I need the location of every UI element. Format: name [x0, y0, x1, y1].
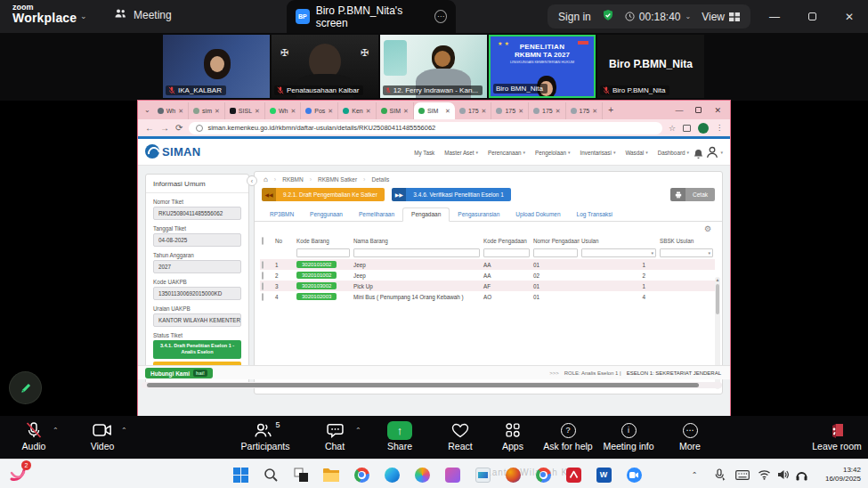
minimize-button[interactable]: — — [756, 0, 793, 33]
more-button[interactable]: ⋯ More — [656, 420, 724, 451]
table-row[interactable]: 2 3020101002 Jeep AA 02 2 — [260, 270, 715, 281]
taskbar-zoom-open[interactable] — [623, 464, 645, 485]
browser-tab[interactable]: sim✕ — [189, 102, 225, 119]
new-tab-button[interactable]: + — [608, 105, 613, 115]
filter-nama-barang[interactable] — [353, 248, 480, 257]
back-step-button[interactable]: ◀◀ 9.2.1. Draft Pengembalian Ke Satker — [262, 188, 385, 201]
taskbar-chrome-open[interactable] — [532, 464, 554, 485]
url-field[interactable]: siman.kemenkeu.go.id/rkbmn/daftar-usulan… — [189, 122, 662, 134]
view-button[interactable]: View — [702, 11, 740, 23]
browser-maximize-button[interactable] — [695, 107, 702, 113]
tab-pengasuransian[interactable]: Pengasuransian — [450, 208, 507, 221]
scrollbar-thumb[interactable] — [147, 383, 699, 387]
leave-room-button[interactable]: Leave room — [803, 420, 868, 451]
annotate-pencil-button[interactable] — [10, 372, 41, 403]
nav-inventarisasi[interactable]: Inventarisasi▾ — [580, 150, 616, 156]
tab-pemeliharaan[interactable]: Pemeliharaan — [351, 208, 402, 221]
maximize-button[interactable] — [793, 0, 831, 33]
audio-options-chevron-icon[interactable]: ⌃ — [53, 427, 59, 435]
status-tiket-button[interactable]: 3.4.1. Draft Penelitian Eselon 1 - Anali… — [153, 340, 241, 359]
workspace-chevron-icon[interactable]: ⌄ — [80, 12, 87, 20]
filter-usulan[interactable]: ▾ — [581, 248, 656, 257]
field-uraian-uakpb[interactable]: KANTOR WILAYAH KEMENTERI — [153, 313, 241, 327]
table-settings-gear-icon[interactable]: ⚙ — [704, 224, 711, 233]
tab-log-transaksi[interactable]: Log Transaksi — [569, 208, 621, 221]
breadcrumb-rkbmn[interactable]: RKBMN — [282, 176, 303, 183]
reload-icon[interactable]: ⟳ — [175, 123, 183, 133]
forward-icon[interactable]: → — [160, 123, 169, 133]
nav-pengelolaan[interactable]: Pengelolaan▾ — [535, 150, 571, 156]
search-button[interactable] — [260, 464, 281, 485]
tab-penggunaan[interactable]: Penggunaan — [302, 208, 351, 221]
tab-close-icon[interactable]: ✕ — [290, 108, 296, 115]
participants-button[interactable]: 5 Participants — [227, 420, 304, 451]
nav-master-aset[interactable]: Master Aset▾ — [444, 150, 478, 156]
field-tahun-anggaran[interactable]: 2027 — [153, 260, 241, 273]
field-nomor-tiket[interactable]: RKU25080411485556062 — [153, 207, 241, 220]
video-tile-3[interactable]: 12. Ferry Indrawan - Kan... — [380, 35, 487, 98]
tab-close-icon[interactable]: ✕ — [518, 108, 523, 115]
scroll-up-arrow[interactable]: ▲ — [715, 277, 720, 282]
col-nomor-pengadaan[interactable]: Nomor Pengadaan — [531, 235, 580, 247]
tab-close-icon[interactable]: ✕ — [178, 108, 183, 115]
tab-close-icon[interactable]: ✕ — [366, 108, 371, 115]
notification-bell-icon[interactable] — [694, 147, 703, 163]
nav-dashboard[interactable]: Dashboard▾ — [658, 150, 689, 156]
video-tile-2[interactable]: ✠ ✠ Penatausahaan Kalbar — [272, 35, 378, 98]
tab-close-icon[interactable]: ✕ — [403, 108, 409, 115]
tray-expand-chevron-icon[interactable]: ⌃ — [687, 464, 702, 485]
tab-meeting[interactable]: Meeting — [114, 8, 172, 21]
start-button[interactable] — [230, 464, 251, 485]
tab-close-icon[interactable]: ✕ — [255, 108, 260, 115]
browser-tab[interactable]: Wh✕ — [153, 102, 189, 119]
chat-button[interactable]: Chat — [301, 420, 369, 451]
siman-logo[interactable]: SIMAN — [145, 144, 200, 159]
close-button[interactable]: ✕ — [831, 0, 868, 33]
back-icon[interactable]: ← — [145, 123, 154, 133]
select-all-checkbox[interactable] — [262, 237, 264, 245]
chat-options-chevron-icon[interactable]: ⌃ — [355, 427, 361, 435]
browser-close-button[interactable]: ✕ — [714, 106, 721, 115]
tab-upload-dokumen[interactable]: Upload Dokumen — [507, 208, 568, 221]
col-no[interactable]: No — [273, 235, 295, 247]
meeting-timer[interactable]: 00:18:40 ⌄ — [625, 11, 691, 23]
field-kode-uakpb[interactable]: 135011300692015000KD — [153, 287, 241, 300]
security-shield-icon[interactable] — [602, 9, 614, 24]
bookmark-star-icon[interactable]: ☆ — [669, 124, 676, 133]
task-view-button[interactable] — [290, 464, 312, 485]
nav-perencanaan[interactable]: Perencanaan▾ — [488, 150, 525, 156]
tab-close-icon[interactable]: ✕ — [556, 108, 561, 115]
tray-mic-icon[interactable] — [709, 464, 730, 485]
col-sbsk-usulan[interactable]: SBSK Usulan — [658, 235, 715, 247]
video-tile-4-active-speaker[interactable]: ★★ PENELITIAN RKBMN TA 2027 LINGKUNGAN K… — [489, 35, 596, 98]
video-button[interactable]: Video — [69, 420, 136, 451]
print-button[interactable]: Cetak — [670, 188, 715, 201]
ask-for-help-button[interactable]: ? Ask for help — [534, 420, 602, 451]
row-checkbox[interactable] — [262, 261, 264, 269]
row-checkbox[interactable] — [262, 282, 264, 290]
table-row[interactable]: 3 3020103002 Pick Up AF 01 1 — [260, 281, 715, 291]
table-row[interactable]: 4 3020102003 Mini Bus ( Penumpang 14 Ora… — [260, 291, 715, 302]
tray-headset-icon[interactable] — [791, 464, 812, 485]
tab-close-icon[interactable]: ✕ — [445, 108, 450, 115]
video-tile-5[interactable]: Biro P.BMN_Nita Biro P.BMN_Nita — [597, 35, 704, 98]
col-nama-barang[interactable]: Nama Barang — [352, 235, 482, 247]
browser-tab[interactable]: SISL✕ — [225, 102, 265, 119]
breadcrumb-rkbmn-satker[interactable]: RKBMN Satker — [318, 176, 357, 183]
nav-my-task[interactable]: My Task — [414, 150, 434, 156]
tab-close-icon[interactable]: ✕ — [592, 108, 597, 115]
taskbar-app-media[interactable] — [442, 464, 463, 485]
home-icon[interactable]: ⌂ — [264, 175, 268, 183]
tab-rp3bmn[interactable]: RP3BMN — [262, 208, 302, 221]
audio-button[interactable]: Audio — [0, 420, 68, 451]
video-tile-1[interactable]: IKA_KALBAR — [163, 35, 270, 98]
tab-close-icon[interactable]: ✕ — [215, 108, 220, 115]
tab-close-icon[interactable]: ✕ — [328, 108, 333, 115]
browser-minimize-button[interactable]: — — [675, 106, 683, 115]
browser-tab[interactable]: SIM✕ — [377, 102, 414, 119]
chrome-button[interactable] — [351, 464, 372, 485]
taskbar-app-photos[interactable] — [472, 464, 493, 485]
browser-tab[interactable]: Pos✕ — [301, 102, 338, 119]
tab-options-icon[interactable]: ⋯ — [434, 10, 447, 23]
row-checkbox[interactable] — [262, 293, 264, 301]
